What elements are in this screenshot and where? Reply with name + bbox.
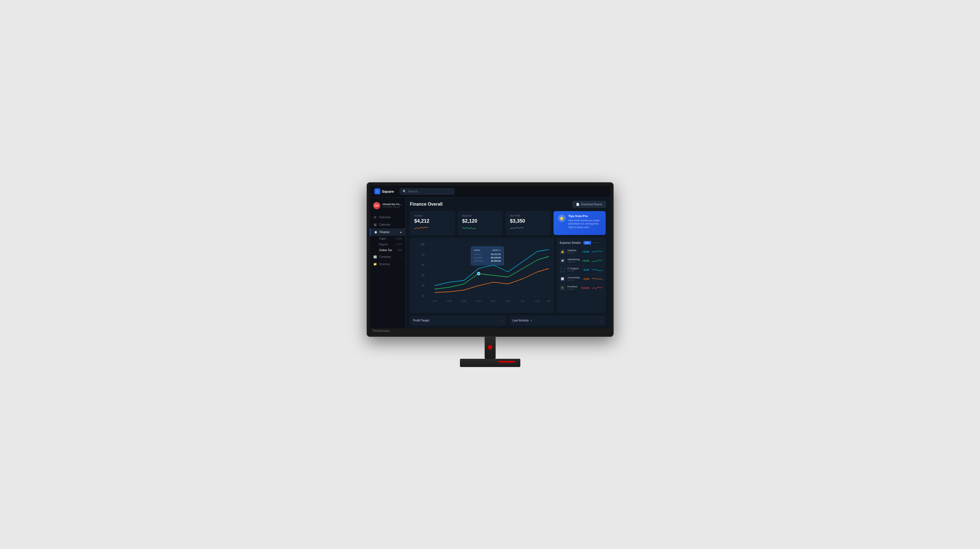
it-support-info: IT Support ITS 02 (568, 267, 581, 272)
profit-target-label: Profit Target (413, 319, 430, 322)
profit-target-menu-icon[interactable]: ··· (500, 318, 503, 323)
finance-subnav: Claim 2,123 Payroll 1,764 Online Tax 986 (370, 236, 405, 253)
monitor-wrapper: □ Square 🔍 AN (364, 182, 616, 367)
chart-container: APRIL WEEK 2 Income $4,212.00 (413, 241, 550, 310)
svg-text:5K: 5K (422, 264, 425, 267)
accounting-sparkline (592, 277, 603, 282)
last-activity-menu-icon[interactable]: ··· (599, 318, 603, 323)
tips-title: Tips from Pro (568, 214, 601, 218)
tips-card[interactable]: ⭐ Tips from Pro How much money you make … (554, 211, 606, 235)
sidebar-item-overview[interactable]: ⊞ Overview (370, 213, 405, 221)
toggle-day[interactable]: DAY (584, 241, 591, 245)
furniture-sparkline (592, 285, 603, 290)
svg-text:7K: 7K (422, 253, 425, 256)
last-activity-chevron-icon[interactable]: ▾ (530, 319, 532, 322)
tips-description: How much money you make and where it is … (568, 219, 601, 229)
furniture-info: Furniture FUR 02 (568, 285, 579, 290)
logo-icon: □ (374, 188, 380, 194)
logo: □ Square (374, 188, 394, 194)
monitor-stand-neck (485, 337, 496, 359)
expense-item-salaries: 💰 Salaries SAL 02 +3,5% (560, 247, 603, 256)
finance-icon: ▣ (374, 230, 378, 234)
svg-text:JUN: JUN (506, 300, 510, 302)
svg-text:JUL: JUL (520, 300, 525, 302)
user-info: Ahmad Nur Fawaid HR Admin Square (383, 203, 402, 208)
sidebar: AN Ahmad Nur Fawaid HR Admin Square ⊞ Ov… (370, 197, 406, 328)
svg-text:1K: 1K (422, 294, 425, 297)
chart-section: APRIL WEEK 2 Income $4,212.00 (410, 238, 554, 313)
page-title: Finance Overall (410, 202, 443, 207)
accounting-info: Accounting SAL 02 (568, 276, 581, 282)
net-profit-card: Net Profit $3,350 (506, 211, 550, 235)
svg-text:3K: 3K (422, 274, 425, 277)
sidebar-item-payroll[interactable]: Payroll 1,764 (370, 242, 405, 247)
furniture-code: FUR 02 (568, 288, 579, 290)
furniture-name: Furniture (568, 285, 579, 288)
sidebar-item-label: Finance (380, 231, 390, 234)
advertising-sparkline (592, 258, 603, 263)
sidebar-item-label: Overview (379, 216, 391, 219)
calendar-icon: ▦ (373, 223, 377, 226)
directory-icon: 📁 (373, 263, 377, 266)
net-profit-sparkline (510, 225, 546, 232)
sidebar-item-claim[interactable]: Claim 2,123 (370, 236, 405, 242)
tips-content: Tips from Pro How much money you make an… (568, 214, 601, 229)
accounting-change: -1,5% (583, 277, 589, 280)
furniture-icon: 🪑 (560, 285, 565, 291)
user-name: Ahmad Nur Fawaid (383, 203, 402, 205)
search-input[interactable] (408, 190, 446, 193)
sidebar-item-label: Directory (379, 263, 390, 266)
sidebar-item-online-tax[interactable]: Online Tax 986 (370, 247, 405, 253)
app: □ Square 🔍 AN (370, 186, 610, 328)
user-profile: AN Ahmad Nur Fawaid HR Admin Square (370, 200, 405, 212)
accounting-name: Accounting (568, 276, 581, 279)
content-area: APRIL WEEK 2 Income $4,212.00 (406, 235, 610, 316)
sidebar-item-label: Company (379, 255, 391, 258)
sidebar-item-calendar[interactable]: ▦ Calendar (370, 221, 405, 228)
salaries-code: SAL 02 (568, 252, 580, 254)
salaries-sparkline (592, 249, 603, 254)
payroll-label: Payroll (379, 243, 388, 246)
download-report-button[interactable]: 📄 Download Report (573, 201, 606, 208)
expense-section: Expense Details DAY MONTH 💰 (557, 238, 606, 313)
day-month-toggle: DAY MONTH (584, 241, 602, 245)
it-support-name: IT Support (568, 267, 581, 270)
income-card: Income $4,212 (410, 211, 455, 235)
income-value: $4,212 (414, 218, 450, 224)
it-support-code: ITS 02 (568, 270, 581, 272)
main-content: AN Ahmad Nur Fawaid HR Admin Square ⊞ Ov… (370, 197, 610, 328)
last-activity-header: Last Activity ▾ (513, 319, 532, 322)
online-tax-badge: 986 (398, 249, 402, 251)
it-support-icon: ⚙ (560, 267, 565, 272)
accounting-code: SAL 02 (568, 279, 581, 282)
claim-badge: 2,123 (396, 237, 402, 240)
search-bar[interactable]: 🔍 (399, 188, 455, 195)
sidebar-item-company[interactable]: 🏢 Company › (370, 253, 405, 261)
sidebar-item-directory[interactable]: 📁 Directory (370, 261, 405, 268)
overview-icon: ⊞ (373, 215, 377, 219)
income-sparkline (414, 225, 450, 232)
user-role: HR Admin Square (383, 205, 402, 208)
expense-value: $2,120 (462, 218, 498, 224)
accounting-icon: 📊 (560, 276, 565, 282)
svg-text:MAY: MAY (491, 300, 496, 302)
furniture-change: +12,5% (581, 286, 589, 289)
expense-label: Expense (462, 214, 498, 217)
sidebar-item-finance[interactable]: ▣ Finance ▲ (370, 228, 405, 236)
salaries-info: Salaries SAL 02 (568, 249, 580, 254)
salaries-change: +3,5% (582, 250, 589, 253)
advertising-icon: 📢 (560, 258, 565, 264)
expense-card: Expense $2,120 (458, 211, 503, 235)
toggle-month[interactable]: MONTH (591, 241, 602, 245)
download-btn-label: Download Report (581, 203, 602, 206)
last-activity-card: Last Activity ▾ ··· (509, 316, 606, 326)
download-icon: 📄 (576, 203, 579, 206)
expense-item-accounting: 📊 Accounting SAL 02 -1,5% (560, 275, 603, 283)
finance-arrow-icon: ▲ (400, 231, 402, 233)
metrics-row: Income $4,212 Expense $2,120 (406, 211, 610, 235)
last-activity-label: Last Activity (513, 319, 529, 322)
expense-item-furniture: 🪑 Furniture FUR 02 +12,5% (560, 283, 603, 292)
svg-text:2K: 2K (422, 284, 425, 287)
payroll-badge: 1,764 (396, 243, 402, 246)
advertising-name: Advertising (568, 258, 580, 261)
